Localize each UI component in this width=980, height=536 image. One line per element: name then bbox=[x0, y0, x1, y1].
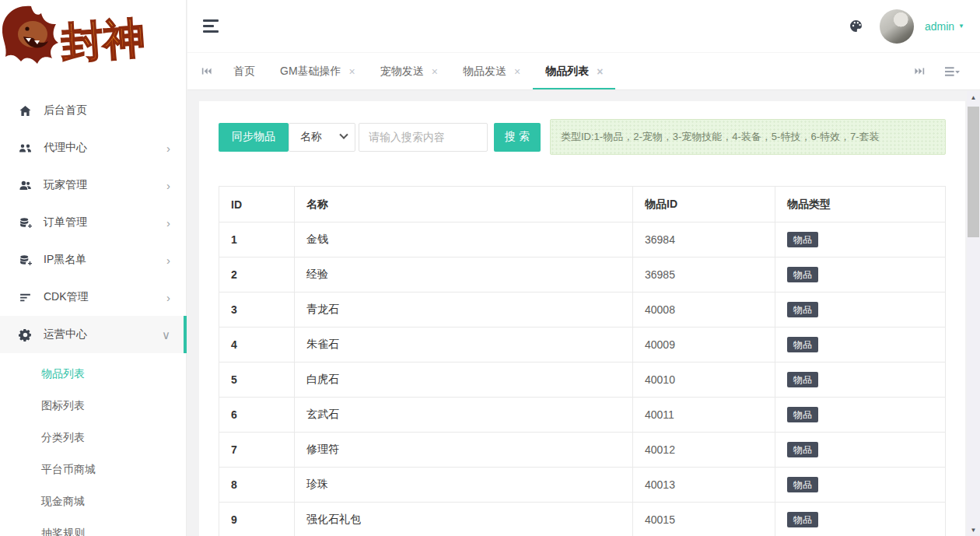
cell-id: 3 bbox=[219, 293, 295, 328]
sidebar-subitem[interactable]: 平台币商城 bbox=[0, 454, 186, 485]
scrollbar-thumb[interactable] bbox=[968, 107, 979, 237]
caret-down-icon: ▼ bbox=[958, 23, 964, 30]
sidebar-item[interactable]: 订单管理 › bbox=[0, 204, 186, 241]
tab-close-icon[interactable]: × bbox=[514, 66, 520, 77]
sidebar-item[interactable]: 后台首页 bbox=[0, 92, 186, 129]
sidebar-item-label: 代理中心 bbox=[44, 141, 87, 155]
tab-close-icon[interactable]: × bbox=[432, 66, 438, 77]
table-row: 1 金钱 36984 物品 bbox=[219, 222, 946, 257]
tab-label: 物品列表 bbox=[545, 65, 589, 79]
cell-name: 青龙石 bbox=[295, 293, 633, 328]
sidebar-item-label: 后台首页 bbox=[44, 103, 87, 117]
sidebar-subitem[interactable]: 分类列表 bbox=[0, 422, 186, 454]
sidebar-submenu: 物品列表 图标列表 分类列表 平台币商城 现金商城 抽奖规则 bbox=[0, 353, 186, 536]
cell-id: 8 bbox=[219, 468, 295, 503]
sidebar-subitem-label: 抽奖规则 bbox=[41, 527, 85, 536]
tab-close-icon[interactable]: × bbox=[597, 66, 603, 77]
sidebar-subitem[interactable]: 图标列表 bbox=[0, 390, 186, 422]
chevron-icon: ∨ bbox=[162, 329, 170, 341]
theme-palette-icon[interactable] bbox=[849, 19, 863, 33]
sidebar-item[interactable]: 运营中心 ∨ bbox=[0, 316, 186, 353]
players-icon bbox=[19, 179, 32, 192]
user-menu[interactable]: admin ▼ bbox=[925, 20, 964, 33]
search-button[interactable]: 搜 索 bbox=[494, 123, 541, 152]
sync-items-button[interactable]: 同步物品 bbox=[219, 123, 289, 152]
items-table: ID 名称 物品ID 物品类型 1 金钱 36984 物品 2 bbox=[219, 186, 946, 536]
cell-name: 玄武石 bbox=[295, 398, 633, 433]
lion-logo-icon: 封神 bbox=[0, 0, 186, 84]
home-icon bbox=[19, 104, 32, 117]
search-field-select[interactable]: 名称 bbox=[289, 123, 355, 152]
cell-name: 白虎石 bbox=[295, 363, 633, 398]
tab-label: GM基础操作 bbox=[280, 65, 341, 79]
cell-type: 物品 bbox=[775, 222, 946, 257]
sidebar-item[interactable]: CDK管理 › bbox=[0, 279, 186, 316]
sidebar-item-label: 玩家管理 bbox=[44, 178, 87, 192]
tab-options-menu-icon[interactable] bbox=[945, 66, 960, 77]
tab-bar-actions bbox=[915, 66, 966, 77]
chevron-icon: › bbox=[166, 142, 170, 154]
item-type-badge: 物品 bbox=[787, 302, 818, 317]
sidebar-subitem-label: 平台币商城 bbox=[41, 463, 96, 475]
cell-id: 4 bbox=[219, 328, 295, 363]
cell-name: 修理符 bbox=[295, 433, 633, 468]
cell-id: 7 bbox=[219, 433, 295, 468]
vertical-scrollbar[interactable]: ▲ ▼ bbox=[967, 91, 980, 536]
scroll-up-icon[interactable]: ▲ bbox=[967, 91, 980, 103]
main-content: 同步物品 名称 搜 索 类型ID:1-物品，2-宠物，3-宠物技能，4-装备，5… bbox=[187, 90, 980, 536]
tab[interactable]: 宠物发送 × bbox=[368, 53, 450, 89]
ip-blacklist-icon bbox=[19, 254, 32, 267]
item-type-badge: 物品 bbox=[787, 232, 818, 247]
sidebar-subitem-label: 现金商城 bbox=[41, 495, 85, 507]
sidebar-subitem-label: 分类列表 bbox=[41, 431, 85, 443]
cell-id: 2 bbox=[219, 257, 295, 293]
tab[interactable]: 物品列表 × bbox=[533, 53, 615, 89]
cell-id: 9 bbox=[219, 503, 295, 536]
tab-label: 首页 bbox=[233, 65, 255, 79]
orders-icon bbox=[19, 216, 32, 229]
sidebar-item[interactable]: 代理中心 › bbox=[0, 129, 186, 166]
search-input[interactable] bbox=[359, 123, 488, 152]
item-type-badge: 物品 bbox=[787, 372, 818, 387]
item-type-badge: 物品 bbox=[787, 337, 818, 352]
col-header-id: ID bbox=[219, 187, 295, 222]
cell-name: 金钱 bbox=[295, 222, 633, 257]
item-type-badge: 物品 bbox=[787, 442, 818, 457]
select-value: 名称 bbox=[300, 130, 322, 144]
user-avatar[interactable] bbox=[880, 9, 914, 44]
tab[interactable]: GM基础操作 × bbox=[268, 53, 368, 89]
cell-item-id: 36984 bbox=[633, 222, 775, 257]
table-row: 9 强化石礼包 40015 物品 bbox=[219, 503, 946, 536]
cell-type: 物品 bbox=[775, 468, 946, 503]
tab[interactable]: 首页 × bbox=[221, 53, 268, 89]
item-type-badge: 物品 bbox=[787, 477, 818, 492]
cell-type: 物品 bbox=[775, 293, 946, 328]
sidebar-subitem[interactable]: 物品列表 bbox=[0, 358, 186, 390]
scroll-down-icon[interactable]: ▼ bbox=[967, 524, 980, 536]
toolbar: 同步物品 名称 搜 索 类型ID:1-物品，2-宠物，3-宠物技能，4-装备，5… bbox=[219, 119, 946, 155]
sidebar-subitem[interactable]: 现金商城 bbox=[0, 485, 186, 517]
type-id-hint: 类型ID:1-物品，2-宠物，3-宠物技能，4-装备，5-特技，6-特效，7-套… bbox=[550, 119, 946, 155]
col-header-type: 物品类型 bbox=[775, 187, 946, 222]
tab[interactable]: 物品发送 × bbox=[450, 53, 533, 89]
scroll-tabs-right-icon[interactable] bbox=[915, 66, 925, 76]
tabs: 首页 × GM基础操作 × 宠物发送 × 物品发送 × 物品列表 × bbox=[221, 53, 615, 89]
cell-name: 珍珠 bbox=[295, 468, 633, 503]
scroll-tabs-left-icon[interactable] bbox=[201, 66, 212, 76]
cell-item-id: 40012 bbox=[633, 433, 775, 468]
cell-type: 物品 bbox=[775, 398, 946, 433]
cell-type: 物品 bbox=[775, 503, 946, 536]
cell-name: 经验 bbox=[295, 257, 633, 293]
logo-title: 封神 bbox=[59, 14, 147, 66]
sidebar-item[interactable]: IP黑名单 › bbox=[0, 241, 186, 279]
tab-close-icon[interactable]: × bbox=[349, 66, 355, 77]
tab-label: 物品发送 bbox=[463, 65, 506, 79]
chevron-down-icon bbox=[339, 131, 348, 139]
sidebar-item[interactable]: 玩家管理 › bbox=[0, 166, 186, 204]
collapse-sidebar-icon[interactable] bbox=[201, 16, 220, 36]
chevron-icon: › bbox=[166, 254, 170, 266]
item-type-badge: 物品 bbox=[787, 512, 818, 527]
cell-item-id: 40010 bbox=[633, 363, 775, 398]
sidebar-subitem[interactable]: 抽奖规则 bbox=[0, 517, 186, 536]
cell-type: 物品 bbox=[775, 363, 946, 398]
